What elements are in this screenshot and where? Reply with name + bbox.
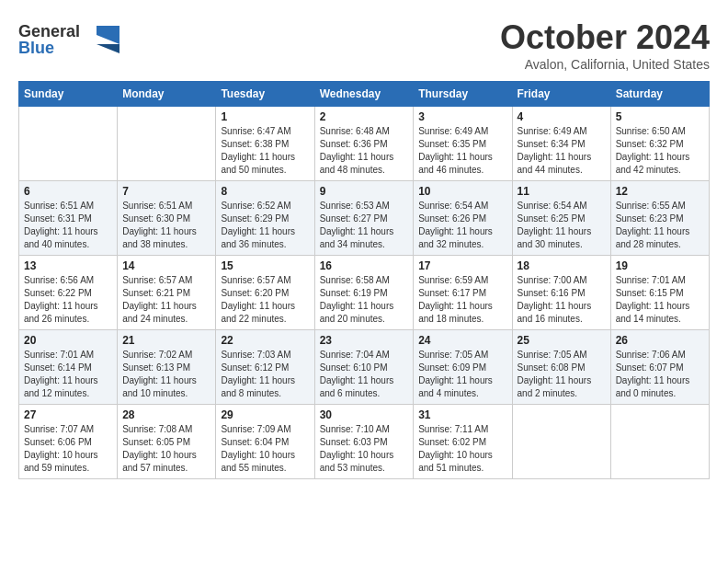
day-number: 19	[616, 259, 704, 272]
calendar-week-row: 1Sunrise: 6:47 AM Sunset: 6:38 PM Daylig…	[19, 107, 710, 181]
calendar-cell: 11Sunrise: 6:54 AM Sunset: 6:25 PM Dayli…	[512, 181, 610, 256]
day-info: Sunrise: 7:00 AM Sunset: 6:16 PM Dayligh…	[518, 274, 606, 326]
day-info: Sunrise: 6:58 AM Sunset: 6:19 PM Dayligh…	[320, 274, 409, 326]
day-number: 8	[221, 185, 309, 198]
calendar-cell: 16Sunrise: 6:58 AM Sunset: 6:19 PM Dayli…	[314, 256, 414, 330]
calendar-cell: 31Sunrise: 7:11 AM Sunset: 6:02 PM Dayli…	[414, 405, 512, 479]
day-number: 20	[24, 334, 112, 347]
calendar-cell: 21Sunrise: 7:02 AM Sunset: 6:13 PM Dayli…	[118, 330, 216, 405]
day-info: Sunrise: 6:59 AM Sunset: 6:17 PM Dayligh…	[418, 274, 506, 326]
calendar-cell: 17Sunrise: 6:59 AM Sunset: 6:17 PM Dayli…	[414, 256, 512, 330]
day-info: Sunrise: 7:09 AM Sunset: 6:04 PM Dayligh…	[221, 423, 309, 475]
calendar-week-row: 20Sunrise: 7:01 AM Sunset: 6:14 PM Dayli…	[19, 330, 710, 405]
calendar-cell: 15Sunrise: 6:57 AM Sunset: 6:20 PM Dayli…	[216, 256, 314, 330]
calendar-cell: 30Sunrise: 7:10 AM Sunset: 6:03 PM Dayli…	[314, 405, 414, 479]
day-number: 16	[320, 259, 409, 272]
day-number: 14	[122, 259, 210, 272]
day-number: 4	[518, 110, 606, 123]
day-number: 18	[518, 259, 606, 272]
calendar-cell: 28Sunrise: 7:08 AM Sunset: 6:05 PM Dayli…	[118, 405, 216, 479]
weekday-header: Wednesday	[314, 82, 414, 107]
calendar-cell	[610, 405, 709, 479]
day-info: Sunrise: 6:54 AM Sunset: 6:26 PM Dayligh…	[418, 200, 506, 251]
calendar-cell: 8Sunrise: 6:52 AM Sunset: 6:29 PM Daylig…	[216, 181, 314, 256]
logo: General Blue	[18, 18, 119, 63]
day-number: 29	[221, 408, 309, 421]
calendar-cell: 9Sunrise: 6:53 AM Sunset: 6:27 PM Daylig…	[314, 181, 414, 256]
calendar-week-row: 13Sunrise: 6:56 AM Sunset: 6:22 PM Dayli…	[19, 256, 710, 330]
calendar-cell: 18Sunrise: 7:00 AM Sunset: 6:16 PM Dayli…	[512, 256, 610, 330]
day-number: 23	[320, 334, 409, 347]
calendar-cell: 14Sunrise: 6:57 AM Sunset: 6:21 PM Dayli…	[118, 256, 216, 330]
title-block: October 2024 Avalon, California, United …	[500, 18, 710, 72]
day-number: 21	[122, 334, 210, 347]
calendar-cell	[512, 405, 610, 479]
day-number: 27	[24, 408, 112, 421]
day-number: 24	[418, 334, 506, 347]
day-info: Sunrise: 7:03 AM Sunset: 6:12 PM Dayligh…	[221, 349, 309, 400]
calendar-cell: 12Sunrise: 6:55 AM Sunset: 6:23 PM Dayli…	[610, 181, 709, 256]
weekday-header: Sunday	[19, 82, 118, 107]
calendar-cell: 2Sunrise: 6:48 AM Sunset: 6:36 PM Daylig…	[314, 107, 414, 181]
month-title: October 2024	[500, 18, 710, 57]
calendar-body: 1Sunrise: 6:47 AM Sunset: 6:38 PM Daylig…	[19, 107, 710, 479]
day-info: Sunrise: 7:06 AM Sunset: 6:07 PM Dayligh…	[616, 349, 704, 400]
calendar-header: SundayMondayTuesdayWednesdayThursdayFrid…	[19, 82, 710, 107]
day-info: Sunrise: 6:57 AM Sunset: 6:20 PM Dayligh…	[221, 274, 309, 326]
day-number: 12	[616, 185, 704, 198]
day-info: Sunrise: 7:07 AM Sunset: 6:06 PM Dayligh…	[24, 423, 112, 475]
day-info: Sunrise: 6:49 AM Sunset: 6:35 PM Dayligh…	[418, 125, 506, 177]
day-number: 22	[221, 334, 309, 347]
day-number: 9	[320, 185, 409, 198]
day-info: Sunrise: 6:57 AM Sunset: 6:21 PM Dayligh…	[122, 274, 210, 326]
day-info: Sunrise: 7:08 AM Sunset: 6:05 PM Dayligh…	[122, 423, 210, 475]
day-number: 25	[518, 334, 606, 347]
weekday-header: Tuesday	[216, 82, 314, 107]
calendar-cell: 25Sunrise: 7:05 AM Sunset: 6:08 PM Dayli…	[512, 330, 610, 405]
day-number: 10	[418, 185, 506, 198]
day-info: Sunrise: 7:01 AM Sunset: 6:14 PM Dayligh…	[24, 349, 112, 400]
calendar-cell: 20Sunrise: 7:01 AM Sunset: 6:14 PM Dayli…	[19, 330, 118, 405]
day-info: Sunrise: 7:11 AM Sunset: 6:02 PM Dayligh…	[418, 423, 506, 475]
calendar-cell: 19Sunrise: 7:01 AM Sunset: 6:15 PM Dayli…	[610, 256, 709, 330]
day-info: Sunrise: 6:56 AM Sunset: 6:22 PM Dayligh…	[24, 274, 112, 326]
calendar-table: SundayMondayTuesdayWednesdayThursdayFrid…	[18, 81, 710, 479]
page-header: General Blue October 2024 Avalon, Califo…	[18, 18, 710, 72]
calendar-cell: 13Sunrise: 6:56 AM Sunset: 6:22 PM Dayli…	[19, 256, 118, 330]
day-info: Sunrise: 6:48 AM Sunset: 6:36 PM Dayligh…	[320, 125, 409, 177]
day-number: 31	[418, 408, 506, 421]
calendar-cell	[19, 107, 118, 181]
calendar-cell: 10Sunrise: 6:54 AM Sunset: 6:26 PM Dayli…	[414, 181, 512, 256]
day-info: Sunrise: 7:01 AM Sunset: 6:15 PM Dayligh…	[616, 274, 704, 326]
day-number: 13	[24, 259, 112, 272]
day-info: Sunrise: 7:10 AM Sunset: 6:03 PM Dayligh…	[320, 423, 409, 475]
day-info: Sunrise: 7:04 AM Sunset: 6:10 PM Dayligh…	[320, 349, 409, 400]
day-info: Sunrise: 6:49 AM Sunset: 6:34 PM Dayligh…	[518, 125, 606, 177]
day-info: Sunrise: 6:52 AM Sunset: 6:29 PM Dayligh…	[221, 200, 309, 251]
location: Avalon, California, United States	[500, 57, 710, 72]
day-number: 1	[221, 110, 309, 123]
day-info: Sunrise: 7:05 AM Sunset: 6:09 PM Dayligh…	[418, 349, 506, 400]
day-number: 26	[616, 334, 704, 347]
calendar-week-row: 6Sunrise: 6:51 AM Sunset: 6:31 PM Daylig…	[19, 181, 710, 256]
weekday-header: Friday	[512, 82, 610, 107]
svg-text:General: General	[18, 22, 80, 40]
weekday-header: Monday	[118, 82, 216, 107]
calendar-cell: 23Sunrise: 7:04 AM Sunset: 6:10 PM Dayli…	[314, 330, 414, 405]
weekday-header-row: SundayMondayTuesdayWednesdayThursdayFrid…	[19, 82, 710, 107]
svg-marker-2	[97, 26, 119, 44]
day-number: 17	[418, 259, 506, 272]
calendar-cell: 5Sunrise: 6:50 AM Sunset: 6:32 PM Daylig…	[610, 107, 709, 181]
day-number: 7	[122, 185, 210, 198]
calendar-cell: 26Sunrise: 7:06 AM Sunset: 6:07 PM Dayli…	[610, 330, 709, 405]
day-number: 15	[221, 259, 309, 272]
calendar-cell: 1Sunrise: 6:47 AM Sunset: 6:38 PM Daylig…	[216, 107, 314, 181]
calendar-cell: 22Sunrise: 7:03 AM Sunset: 6:12 PM Dayli…	[216, 330, 314, 405]
calendar-cell	[118, 107, 216, 181]
day-number: 2	[320, 110, 409, 123]
day-info: Sunrise: 7:05 AM Sunset: 6:08 PM Dayligh…	[518, 349, 606, 400]
day-info: Sunrise: 7:02 AM Sunset: 6:13 PM Dayligh…	[122, 349, 210, 400]
day-info: Sunrise: 6:51 AM Sunset: 6:30 PM Dayligh…	[122, 200, 210, 251]
day-info: Sunrise: 6:47 AM Sunset: 6:38 PM Dayligh…	[221, 125, 309, 177]
calendar-cell: 3Sunrise: 6:49 AM Sunset: 6:35 PM Daylig…	[414, 107, 512, 181]
